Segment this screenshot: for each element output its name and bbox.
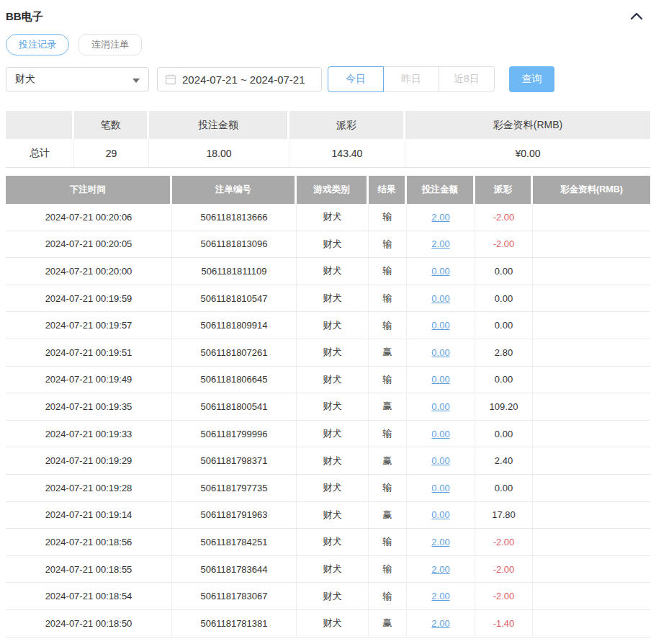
cell-bonus bbox=[533, 556, 650, 583]
bet-amount-link[interactable]: 0.00 bbox=[431, 266, 449, 277]
bet-amount-link[interactable]: 0.00 bbox=[431, 374, 449, 385]
table-row: 2024-07-21 00:20:065061181813666财犬输2.00-… bbox=[6, 204, 650, 231]
cell-bonus bbox=[533, 502, 650, 529]
cell-result: 输 bbox=[369, 367, 407, 394]
cell-payout: -2.00 bbox=[475, 231, 533, 259]
cell-result: 输 bbox=[369, 421, 407, 448]
tab-label: 投注记录 bbox=[19, 38, 56, 51]
bet-amount-link[interactable]: 2.00 bbox=[431, 537, 449, 547]
bet-amount-link[interactable]: 2.00 bbox=[431, 212, 449, 223]
cell-bet-amount: 0.00 bbox=[407, 421, 475, 448]
bet-amount-link[interactable]: 0.00 bbox=[431, 293, 449, 304]
cell-bet-number: 5061181813666 bbox=[172, 204, 297, 231]
cell-bet-number: 5061181781381 bbox=[172, 610, 297, 638]
cell-game-type: 财犬 bbox=[297, 258, 369, 285]
today-button[interactable]: 今日 bbox=[328, 66, 384, 92]
cell-bet-number: 5061181799996 bbox=[172, 421, 297, 448]
query-button[interactable]: 查询 bbox=[509, 66, 554, 92]
cell-bet-time: 2024-07-21 00:19:57 bbox=[6, 312, 172, 339]
summary-header-payout: 派彩 bbox=[289, 111, 405, 139]
header-bonus: 彩金资料(RMB) bbox=[533, 176, 650, 204]
cell-payout: 109.20 bbox=[475, 393, 533, 421]
record-tabs: 投注记录 连消注单 bbox=[6, 34, 650, 55]
summary-total-count: 29 bbox=[74, 139, 149, 168]
cell-bet-time: 2024-07-21 00:20:06 bbox=[6, 204, 172, 231]
bet-amount-link[interactable]: 2.00 bbox=[431, 564, 449, 575]
summary-total-label: 总计 bbox=[6, 139, 74, 168]
cell-bet-time: 2024-07-21 00:19:14 bbox=[6, 502, 172, 529]
bet-amount-link[interactable]: 2.00 bbox=[431, 591, 449, 601]
cell-result: 输 bbox=[369, 258, 407, 285]
last-8-days-button[interactable]: 近8日 bbox=[439, 66, 495, 92]
table-row: 2024-07-21 00:18:565061181784251财犬输2.00-… bbox=[6, 529, 650, 556]
cell-result: 赢 bbox=[369, 339, 407, 367]
cell-bonus bbox=[533, 231, 650, 259]
cell-bet-number: 5061181784251 bbox=[172, 529, 297, 556]
cell-bonus bbox=[533, 258, 650, 285]
collapse-panel-button[interactable] bbox=[627, 10, 646, 24]
summary-header-bet-amount: 投注金额 bbox=[149, 111, 289, 139]
cell-bet-time: 2024-07-21 00:18:50 bbox=[6, 610, 172, 638]
page-title: BB电子 bbox=[6, 10, 43, 24]
yesterday-button[interactable]: 昨日 bbox=[383, 66, 439, 92]
bet-amount-link[interactable]: 0.00 bbox=[431, 429, 449, 439]
cell-game-type: 财犬 bbox=[297, 367, 369, 394]
table-row: 2024-07-21 00:20:005061181811109财犬输0.000… bbox=[6, 258, 650, 285]
cell-result: 赢 bbox=[369, 502, 407, 529]
cell-bonus bbox=[533, 529, 650, 556]
chevron-up-icon bbox=[630, 12, 643, 22]
bet-amount-link[interactable]: 0.00 bbox=[431, 401, 449, 412]
cell-payout: -1.40 bbox=[475, 610, 533, 638]
cell-bet-amount: 2.00 bbox=[407, 583, 475, 610]
cell-bonus bbox=[533, 285, 650, 313]
cell-payout: -2.00 bbox=[475, 529, 533, 556]
cell-bet-time: 2024-07-21 00:18:56 bbox=[6, 529, 172, 556]
cell-bet-time: 2024-07-21 00:19:51 bbox=[6, 339, 172, 367]
cell-bet-number: 5061181813096 bbox=[172, 231, 297, 259]
cell-bet-amount: 0.00 bbox=[407, 339, 475, 367]
bet-amount-link[interactable]: 0.00 bbox=[431, 455, 449, 466]
bet-amount-link[interactable]: 2.00 bbox=[431, 238, 449, 249]
cell-bonus bbox=[533, 367, 650, 394]
bet-table-header-row: 下注时间 注单编号 游戏类别 结果 投注金额 派彩 彩金资料(RMB) bbox=[6, 176, 650, 204]
tab-bet-records[interactable]: 投注记录 bbox=[6, 34, 69, 55]
tab-cancelled-orders[interactable]: 连消注单 bbox=[78, 34, 142, 55]
cell-bonus bbox=[533, 339, 650, 367]
cell-bet-time: 2024-07-21 00:19:59 bbox=[6, 285, 172, 313]
summary-header-count: 笔数 bbox=[74, 111, 149, 139]
cell-game-type: 财犬 bbox=[297, 502, 369, 529]
cell-payout: 0.00 bbox=[475, 421, 533, 448]
date-range-input[interactable]: 2024-07-21 ~ 2024-07-21 bbox=[157, 67, 322, 91]
cell-bet-time: 2024-07-21 00:19:28 bbox=[6, 475, 172, 502]
quick-date-group: 今日 昨日 近8日 bbox=[328, 66, 495, 92]
cell-game-type: 财犬 bbox=[297, 447, 369, 475]
summary-total-payout: 143.40 bbox=[289, 139, 405, 168]
cell-bet-number: 5061181783644 bbox=[172, 556, 297, 583]
header-game-type: 游戏类别 bbox=[297, 176, 369, 204]
cell-bet-amount: 0.00 bbox=[407, 447, 475, 475]
panel-header: BB电子 bbox=[6, 0, 650, 24]
cell-bonus bbox=[533, 204, 650, 231]
summary-header-bonus: 彩金资料(RMB) bbox=[405, 111, 650, 139]
cell-bet-time: 2024-07-21 00:20:00 bbox=[6, 258, 172, 285]
cell-bet-number: 5061181798371 bbox=[172, 447, 297, 475]
cell-bet-time: 2024-07-21 00:20:05 bbox=[6, 231, 172, 259]
cell-game-type: 财犬 bbox=[297, 475, 369, 502]
bet-amount-link[interactable]: 0.00 bbox=[431, 347, 449, 358]
game-select-value: 财犬 bbox=[15, 73, 35, 86]
cell-game-type: 财犬 bbox=[297, 285, 369, 313]
date-range-value: 2024-07-21 ~ 2024-07-21 bbox=[182, 73, 305, 86]
bet-amount-link[interactable]: 2.00 bbox=[431, 618, 449, 629]
game-select[interactable]: 财犬 bbox=[6, 67, 149, 91]
cell-result: 输 bbox=[369, 285, 407, 313]
cell-game-type: 财犬 bbox=[297, 610, 369, 638]
cell-payout: 0.00 bbox=[475, 285, 533, 313]
cell-bonus bbox=[533, 312, 650, 339]
bet-amount-link[interactable]: 0.00 bbox=[431, 320, 449, 331]
cell-bet-amount: 2.00 bbox=[407, 204, 475, 231]
header-bet-number: 注单编号 bbox=[172, 176, 297, 204]
bet-amount-link[interactable]: 0.00 bbox=[431, 483, 449, 493]
bet-amount-link[interactable]: 0.00 bbox=[431, 509, 449, 520]
cell-bet-amount: 0.00 bbox=[407, 475, 475, 502]
cell-game-type: 财犬 bbox=[297, 231, 369, 259]
